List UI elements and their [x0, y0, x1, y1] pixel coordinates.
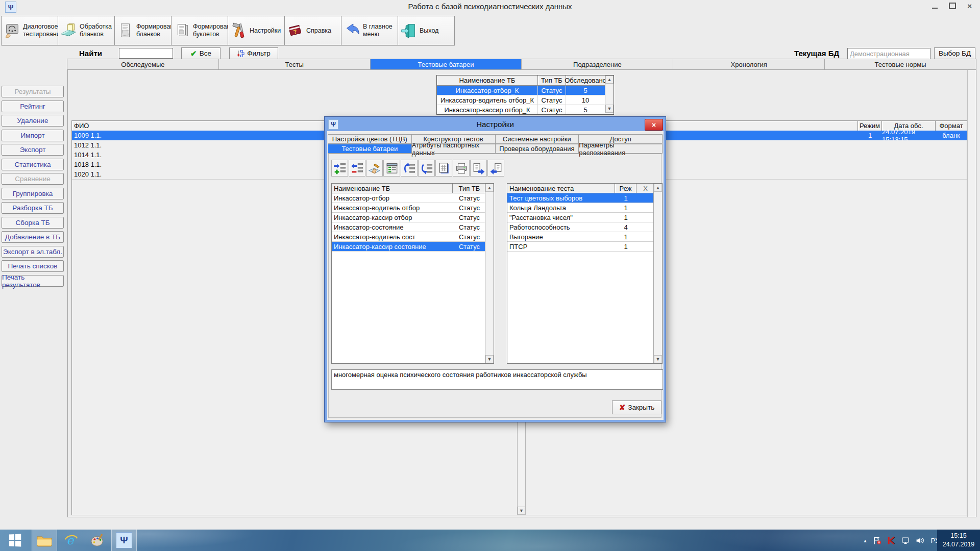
tab-test-batteries[interactable]: Тестовые батареи [370, 59, 522, 70]
booklets-icon [173, 22, 190, 39]
sidebar-item-grouping[interactable]: Группировка [2, 188, 64, 199]
scroll-up-icon[interactable]: ▲ [654, 184, 662, 192]
tab-recognition-params[interactable]: Параметры распознавания [578, 144, 663, 154]
list-item[interactable]: Работоспособность4 [507, 222, 662, 232]
list-item[interactable]: ПТСР1 [507, 242, 662, 252]
red-x-icon: ✘ [619, 404, 626, 411]
dialog-testing-button[interactable]: Диалоговое тестирование [1, 16, 58, 45]
tab-department[interactable]: Подразделение [521, 59, 673, 70]
print-button[interactable] [453, 160, 470, 177]
list-item[interactable]: Инкассатор-водитель отборСтатус [332, 203, 494, 213]
list-item[interactable]: Выгорание1 [507, 232, 662, 242]
tests-list-scrollbar[interactable]: ▲ ▼ [653, 184, 662, 363]
taskbar-paint[interactable] [85, 530, 110, 551]
tab-passport-attributes[interactable]: Атрибуты паспортных данных [411, 144, 496, 154]
scroll-up-icon[interactable]: ▲ [605, 76, 614, 84]
table-row[interactable]: Инкассатор-водитель отбор_К Статус 10 [437, 95, 605, 105]
sidebar-item-print-lists[interactable]: Печать списков [2, 260, 64, 272]
kaspersky-icon[interactable] [884, 536, 898, 545]
list-item[interactable]: Инкассатор-кассир состояниеСтатус [332, 242, 494, 252]
sidebar-item-import[interactable]: Импорт [2, 130, 64, 141]
taskbar-file-explorer[interactable] [32, 530, 57, 551]
tab-subjects[interactable]: Обследуемые [67, 59, 219, 70]
settings-dialog-titlebar[interactable]: Ψ Настройки × [325, 117, 666, 131]
battery-summary-scrollbar[interactable]: ▲ ▼ [605, 76, 614, 113]
close-settings-button[interactable]: ✘ Закрыть [612, 400, 662, 414]
maximize-icon[interactable] [949, 3, 956, 9]
start-button[interactable] [2, 530, 28, 551]
batteries-list-scrollbar[interactable]: ▲ ▼ [485, 184, 494, 363]
taskbar-internet-explorer[interactable]: e [58, 530, 84, 551]
move-down-button[interactable] [418, 160, 435, 177]
sidebar-item-delete[interactable]: Удаление [2, 115, 64, 127]
filter-button[interactable]: Фильтр [229, 47, 278, 59]
export-battery-button[interactable] [470, 160, 487, 177]
import-battery-button[interactable] [487, 160, 504, 177]
dialog-close-button[interactable]: × [645, 119, 663, 131]
sidebar-item-disassemble-tb[interactable]: Разборка ТБ [2, 202, 64, 214]
list-item[interactable]: "Расстановка чисел"1 [507, 213, 662, 222]
edit-battery-button[interactable] [366, 160, 383, 177]
exit-label: Выход [420, 27, 438, 35]
sidebar-item-statistics[interactable]: Статистика [2, 159, 64, 170]
scroll-down-icon[interactable]: ▼ [518, 507, 525, 515]
scroll-down-icon[interactable]: ▼ [605, 105, 614, 113]
tab-tests[interactable]: Тесты [218, 59, 371, 70]
list-item[interactable]: Инкассатор-водитель состСтатус [332, 232, 494, 242]
sidebar-item-compare: Сравнение [2, 173, 64, 185]
sidebar-item-rating[interactable]: Рейтинг [2, 101, 64, 112]
volume-icon[interactable] [913, 536, 927, 545]
list-item[interactable]: Инкассатор-отборСтатус [332, 193, 494, 203]
current-db-input[interactable] [847, 48, 930, 59]
table-row[interactable]: Инкассатор-отбор_К Статус 5 [437, 86, 605, 95]
find-input[interactable] [119, 48, 173, 59]
table-row[interactable]: Инкассатор-кассир отбор_К Статус 5 [437, 105, 605, 114]
minimize-icon[interactable] [932, 8, 938, 9]
close-icon[interactable]: × [967, 2, 972, 10]
move-down-icon [420, 162, 433, 175]
taskbar-clock[interactable]: 15:15 24.07.2019 [937, 530, 980, 551]
list-item[interactable]: Кольца Ландольта1 [507, 203, 662, 213]
settings-tabs-row2: Тестовые батареи Атрибуты паспортных дан… [328, 144, 663, 154]
taskbar-psychodiagnostics-app[interactable]: Ψ [111, 530, 137, 551]
tab-test-batteries-settings[interactable]: Тестовые батареи [328, 144, 412, 154]
scroll-down-icon[interactable]: ▼ [485, 355, 494, 363]
tab-color-settings[interactable]: Настройка цветов (ТЦВ) [328, 134, 412, 144]
choose-db-button[interactable]: Выбор БД [934, 47, 975, 59]
list-item[interactable]: Инкассатор-состояниеСтатус [332, 222, 494, 232]
sidebar-item-add-to-tb[interactable]: Добавление в ТБ [2, 231, 64, 243]
report-button[interactable] [435, 160, 452, 177]
remove-test-button[interactable] [349, 160, 365, 177]
form-booklets-button[interactable]: Формирование буклетов [171, 16, 228, 45]
tab-chronology[interactable]: Хронология [673, 59, 825, 70]
col-test-name: Наименование теста [507, 184, 615, 193]
move-up-button[interactable] [401, 160, 418, 177]
tab-test-norms[interactable]: Тестовые нормы [824, 59, 976, 70]
show-all-button[interactable]: ✔ Все [181, 47, 220, 59]
network-icon[interactable] [898, 536, 913, 545]
battery-properties-button[interactable] [383, 160, 400, 177]
window-titlebar[interactable]: Ψ Работа с базой психодиагностических да… [0, 0, 980, 13]
help-button[interactable]: ? Справка [284, 16, 341, 45]
sidebar-item-print-results[interactable]: Печать результатов [2, 275, 64, 287]
hidden-icons-arrow[interactable]: ▴ [861, 538, 870, 543]
sidebar-item-export[interactable]: Экспорт [2, 144, 64, 156]
tab-equipment-check[interactable]: Проверка оборудования [495, 144, 579, 154]
tab-system-settings[interactable]: Системные настройки [495, 134, 579, 144]
exit-door-icon [400, 22, 417, 39]
list-item[interactable]: Тест цветовых выборов1 [507, 193, 662, 203]
exit-button[interactable]: Выход [398, 16, 455, 45]
add-test-button[interactable] [331, 160, 348, 177]
window-title: Работа с базой психодиагностических данн… [0, 2, 980, 11]
scroll-up-icon[interactable]: ▲ [485, 184, 494, 192]
scroll-down-icon[interactable]: ▼ [654, 355, 662, 363]
sidebar-item-assemble-tb[interactable]: Сборка ТБ [2, 217, 64, 229]
process-blanks-button[interactable]: Обработка бланков [58, 16, 115, 45]
content-scrollbar[interactable] [967, 70, 976, 517]
action-center-flag-icon[interactable] [870, 536, 884, 545]
form-blanks-button[interactable]: Формирование бланков [114, 16, 172, 45]
main-menu-button[interactable]: В главное меню [341, 16, 398, 45]
list-item[interactable]: Инкассатор-кассир отборСтатус [332, 213, 494, 222]
settings-button[interactable]: Настройки [228, 16, 285, 45]
sidebar-item-export-spreadsheet[interactable]: Экспорт в эл.табл. [2, 246, 64, 258]
